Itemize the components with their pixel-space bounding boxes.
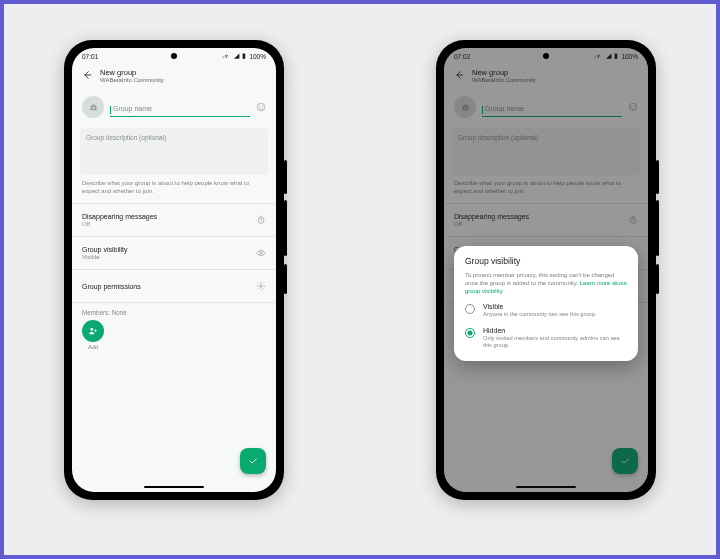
disappearing-messages-row[interactable]: Disappearing messages Off [72,204,276,236]
page-title: New group [100,68,164,77]
clock: 07:01 [82,53,98,60]
group-visibility-row[interactable]: Group visibility Visible [72,237,276,269]
group-name-placeholder: Group name [110,105,152,112]
members-label: Members: None [72,303,276,320]
confirm-fab[interactable] [240,448,266,474]
timer-icon [256,211,266,229]
add-member-label: Add [82,344,104,350]
description-hint: Describe what your group is about to hel… [72,175,276,203]
group-visibility-dialog: Group visibility To protect member priva… [454,246,638,361]
svg-point-1 [257,103,265,111]
visibility-option-hidden[interactable]: Hidden Only invited members and communit… [465,327,627,350]
group-name-input[interactable]: Group name [110,97,250,117]
disappearing-label: Disappearing messages [82,213,157,220]
visibility-value: Visible [82,254,128,260]
description-placeholder: Group description (optional) [86,134,166,141]
visibility-label: Group visibility [82,246,128,253]
signal-icon: ◢ [234,52,239,60]
battery-icon: ▮ [242,52,246,60]
permissions-label: Group permissions [82,283,141,290]
gear-icon [256,277,266,295]
wifi-icon: ◦ᯤ [222,53,231,60]
visibility-option-visible[interactable]: Visible Anyone in the community can see … [465,303,627,318]
emoji-icon[interactable] [256,98,266,116]
nav-handle [144,486,204,489]
group-photo-button[interactable] [82,96,104,118]
svg-point-2 [260,106,261,107]
page-subtitle: WABetaInfo Community [100,77,164,83]
add-member-button[interactable] [82,320,104,342]
group-description-input[interactable]: Group description (optional) [80,128,268,175]
dialog-description: To protect member privacy, this setting … [465,271,627,295]
battery-label: 100% [249,53,266,60]
dialog-title: Group visibility [465,256,627,266]
radio-selected-icon [465,328,475,338]
svg-point-3 [262,106,263,107]
svg-point-5 [260,252,262,254]
eye-icon [256,244,266,262]
svg-point-6 [260,285,263,288]
back-arrow-icon[interactable] [82,66,92,84]
group-permissions-row[interactable]: Group permissions [72,270,276,302]
svg-point-7 [90,328,93,331]
svg-point-0 [92,106,94,108]
disappearing-value: Off [82,221,157,227]
app-header: New group WABetaInfo Community [72,62,276,90]
radio-unselected-icon [465,304,475,314]
